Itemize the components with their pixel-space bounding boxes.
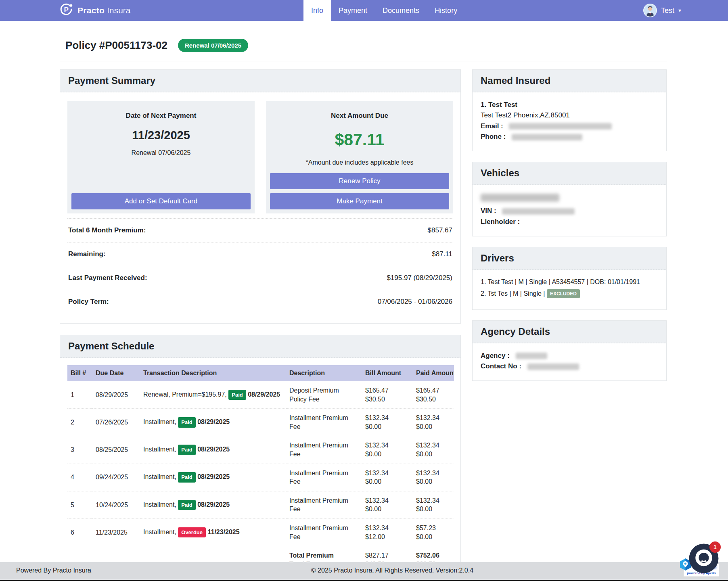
next-payment-label: Date of Next Payment <box>126 112 197 120</box>
phone-label: Phone : <box>481 133 506 140</box>
brand-name-bold: Practo <box>77 6 105 15</box>
agency-redacted <box>516 353 547 359</box>
drivers-title: Drivers <box>481 253 658 264</box>
description-cell: Installment PremiumFee <box>286 518 362 546</box>
top-navbar: P Practo Insura Info Payment Documents H… <box>0 0 728 21</box>
transaction-description-cell: Installment, Paid 08/29/2025 <box>140 409 286 436</box>
vehicles-card: Vehicles VIN : Lienholder : <box>472 162 667 236</box>
schedule-row: 108/29/2025Renewal, Premium=$195.97, Pai… <box>67 381 454 409</box>
driver-item-2: 2. Tst Tes | M | Single | EXCLUDED <box>481 289 658 299</box>
summary-row-remaining: Remaining: $87.11 <box>67 242 453 266</box>
summary-value: 07/06/2025 - 01/06/2026 <box>378 298 452 306</box>
main-nav: Info Payment Documents History <box>303 0 465 21</box>
status-date: 08/29/2025 <box>197 446 230 453</box>
summary-value: $857.67 <box>428 226 452 234</box>
named-insured-title: Named Insured <box>481 75 658 86</box>
agency-contact-row: Contact No : <box>481 361 658 372</box>
col-due-date: Due Date <box>92 365 140 381</box>
paid-amount-cell: $132.34$0.00 <box>413 436 454 464</box>
col-bill: Bill # <box>67 365 92 381</box>
due-date-cell: 10/24/2025 <box>92 491 140 518</box>
payment-summary-title: Payment Summary <box>68 75 452 86</box>
description-cell: Installment PremiumFee <box>286 491 362 518</box>
paid-amount-cell: $132.34$0.00 <box>413 464 454 491</box>
schedule-body: 108/29/2025Renewal, Premium=$195.97, Pai… <box>67 381 454 573</box>
description-cell: Installment PremiumFee <box>286 409 362 436</box>
chevron-down-icon: ▼ <box>678 8 682 13</box>
payment-schedule-table: Bill # Due Date Transaction Description … <box>67 365 454 573</box>
bill-number-cell: 5 <box>67 491 92 518</box>
next-amount-value: $87.11 <box>335 130 384 149</box>
drivers-card: Drivers 1. Test Test | M | Single | A534… <box>472 247 667 310</box>
transaction-description-cell: Installment, Paid 08/29/2025 <box>140 436 286 464</box>
brand-logo[interactable]: P Practo Insura <box>59 0 131 21</box>
bill-amount-cell: $132.34$0.00 <box>362 409 413 436</box>
tab-history[interactable]: History <box>427 0 465 21</box>
vin-label: VIN : <box>481 207 496 215</box>
bill-number-cell: 1 <box>67 381 92 409</box>
phone-redacted <box>512 134 582 140</box>
agency-row: Agency : <box>481 351 658 361</box>
named-insured-card: Named Insured 1. Test Test Test Test2 Ph… <box>472 69 667 151</box>
payment-summary-card: Payment Summary Date of Next Payment 11/… <box>60 69 461 324</box>
description-cell: Deposit PremiumPolicy Fee <box>286 381 362 409</box>
email-label: Email : <box>481 122 503 130</box>
bill-number-cell: 2 <box>67 409 92 436</box>
bill-amount-cell: $132.34$0.00 <box>362 491 413 518</box>
paid-amount-cell: $132.34$0.00 <box>413 491 454 518</box>
agency-details-header: Agency Details <box>473 321 666 343</box>
status-date: 08/29/2025 <box>197 501 230 508</box>
insured-phone-row: Phone : <box>481 132 658 142</box>
status-badge: Paid <box>178 417 195 428</box>
user-avatar <box>643 4 657 17</box>
summary-row-policy-term: Policy Term: 07/06/2025 - 01/06/2026 <box>67 290 453 313</box>
insured-email-row: Email : <box>481 121 658 132</box>
schedule-row: 308/25/2025Installment, Paid 08/29/2025I… <box>67 436 454 464</box>
chat-notification-badge: 1 <box>709 541 721 553</box>
due-date-cell: 09/24/2025 <box>92 464 140 491</box>
vehicles-header: Vehicles <box>473 162 666 185</box>
page-footer: Powered By Practo Insura © 2025 Practo I… <box>0 562 728 580</box>
user-menu[interactable]: Test ▼ <box>643 0 682 21</box>
status-date: 11/23/2025 <box>207 529 239 535</box>
description-cell: Installment PremiumFee <box>286 464 362 491</box>
contact-label: Contact No : <box>481 362 521 370</box>
bill-number-cell: 4 <box>67 464 92 491</box>
transaction-description-cell: Renewal, Premium=$195.97, Paid 08/29/202… <box>140 381 286 409</box>
tab-info[interactable]: Info <box>303 0 331 21</box>
transaction-description-cell: Installment, Overdue 11/23/2025 <box>140 518 286 546</box>
status-date: 08/29/2025 <box>197 473 230 480</box>
summary-row-last-payment: Last Payment Received: $195.97 (08/29/20… <box>67 266 453 290</box>
bill-amount-cell: $132.34$0.00 <box>362 464 413 491</box>
brand-name-light: Insura <box>107 6 130 15</box>
vehicle-name-redacted <box>481 194 559 202</box>
schedule-header-row: Bill # Due Date Transaction Description … <box>67 365 454 381</box>
tab-documents[interactable]: Documents <box>375 0 427 21</box>
agency-details-card: Agency Details Agency : Contact No : <box>472 320 667 381</box>
schedule-row: 207/26/2025Installment, Paid 08/29/2025I… <box>67 409 454 436</box>
driver-2-text: 2. Tst Tes | M | Single | <box>481 290 545 297</box>
named-insured-header: Named Insured <box>473 70 666 92</box>
tab-payment[interactable]: Payment <box>331 0 375 21</box>
next-amount-card: Next Amount Due $87.11 *Amount due inclu… <box>266 101 453 213</box>
bill-amount-cell: $132.34$12.00 <box>362 518 413 546</box>
add-default-card-button[interactable]: Add or Set Default Card <box>71 193 251 209</box>
status-badge: Overdue <box>178 527 206 538</box>
next-payment-date: 11/23/2025 <box>132 129 190 142</box>
brand-logo-icon: P <box>59 2 73 19</box>
make-payment-button[interactable]: Make Payment <box>270 193 449 209</box>
chat-launcher-button[interactable]: 1 <box>688 543 719 574</box>
paid-amount-cell: $165.47$30.50 <box>413 381 454 409</box>
bill-number-cell: 6 <box>67 518 92 546</box>
excluded-badge: EXCLUDED <box>547 289 580 298</box>
schedule-row: 409/24/2025Installment, Paid 08/29/2025I… <box>67 464 454 491</box>
description-cell: Installment PremiumFee <box>286 436 362 464</box>
summary-label: Last Payment Received: <box>68 274 147 282</box>
summary-value: $87.11 <box>432 250 452 258</box>
summary-label: Policy Term: <box>68 298 109 306</box>
schedule-table-viewport: Bill # Due Date Transaction Description … <box>67 365 454 573</box>
renew-policy-button[interactable]: Renew Policy <box>270 173 449 189</box>
paid-amount-cell: $57.23$0.00 <box>413 518 454 546</box>
agency-label: Agency : <box>481 352 510 359</box>
vehicle-vin-row: VIN : <box>481 206 658 216</box>
